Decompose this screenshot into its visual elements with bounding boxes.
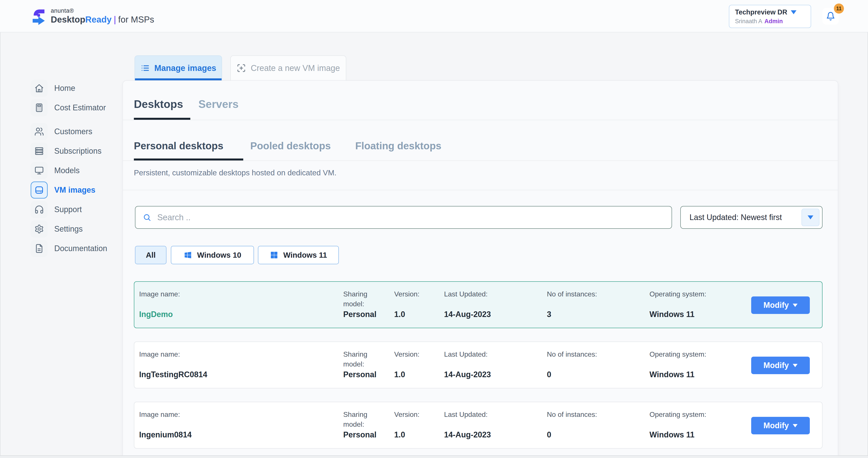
brand-product-primary: Desktop xyxy=(51,15,85,24)
sharing-model-value: Personal xyxy=(343,310,373,319)
modify-button[interactable]: Modify xyxy=(751,296,810,314)
account-switcher[interactable]: Techpreview DR Srinaath AAdmin xyxy=(729,5,811,28)
image-name-value: IngTestingRC0814 xyxy=(139,370,207,379)
user-role: Admin xyxy=(765,18,783,25)
vm-image-row[interactable]: Image name: Ingenium0814 Sharing model: … xyxy=(134,402,823,449)
filter-windows10-button[interactable]: Windows 10 xyxy=(171,246,254,264)
instances-value: 0 xyxy=(547,430,551,439)
sidebar-item-label: Documentation xyxy=(54,244,107,253)
field-label: Sharing model: xyxy=(343,289,373,309)
field-label: No of instances: xyxy=(547,349,597,359)
last-updated-value: 14-Aug-2023 xyxy=(444,310,491,319)
tab-pooled-desktops[interactable]: Pooled desktops xyxy=(250,140,331,152)
windows10-logo-icon xyxy=(184,251,192,259)
sidebar-item-label: Subscriptions xyxy=(54,146,101,156)
sidebar-item-label: Models xyxy=(54,166,80,175)
field-label: Version: xyxy=(394,410,420,420)
monitor-icon xyxy=(31,162,48,179)
active-tab-indicator xyxy=(135,78,222,80)
field-label: Version: xyxy=(394,289,420,299)
filter-windows11-button[interactable]: Windows 11 xyxy=(258,246,339,264)
os-value: Windows 11 xyxy=(649,370,694,379)
os-value: Windows 11 xyxy=(649,310,694,319)
field-label: Operating system: xyxy=(649,410,706,420)
create-image-icon xyxy=(237,63,246,73)
filter-all-button[interactable]: All xyxy=(135,246,166,264)
modify-button-label: Modify xyxy=(764,300,789,310)
brand-product: DesktopReady|for MSPs xyxy=(51,15,154,25)
field-label: Image name: xyxy=(139,349,180,359)
field-label: Image name: xyxy=(139,289,180,299)
sort-dropdown[interactable]: Last Updated: Newest first xyxy=(680,206,823,229)
chevron-down-icon xyxy=(793,304,798,307)
sidebar-item-customers[interactable]: Customers xyxy=(31,122,123,141)
sidebar-item-label: Customers xyxy=(54,127,92,136)
sidebar-item-cost-estimator[interactable]: Cost Estimator xyxy=(31,98,123,117)
home-icon xyxy=(31,80,48,97)
org-name: Techpreview DR xyxy=(735,8,787,16)
filter-label: Windows 10 xyxy=(197,251,241,259)
sidebar-item-home[interactable]: Home xyxy=(31,78,123,98)
divider xyxy=(123,161,838,161)
sidebar-item-models[interactable]: Models xyxy=(31,161,123,180)
headphones-icon xyxy=(31,201,48,218)
field-label: Sharing model: xyxy=(343,410,373,430)
tab-manage-images[interactable]: Manage images xyxy=(134,55,222,80)
sidebar-item-support[interactable]: Support xyxy=(31,200,123,219)
search-input[interactable] xyxy=(157,212,664,223)
calculator-icon xyxy=(31,99,48,116)
sidebar-item-label: Home xyxy=(54,84,75,93)
window-bottom-edge xyxy=(0,455,868,458)
sidebar-item-vm-images[interactable]: VM images xyxy=(31,180,123,200)
tab-personal-desktops[interactable]: Personal desktops xyxy=(134,140,223,152)
sidebar-item-settings[interactable]: Settings xyxy=(31,219,123,239)
field-label: Operating system: xyxy=(649,349,706,359)
filter-label: Windows 11 xyxy=(283,251,327,259)
list-icon xyxy=(141,63,150,73)
notification-count-badge: 11 xyxy=(834,3,844,13)
field-label: No of instances: xyxy=(547,410,597,420)
server-stack-icon xyxy=(31,143,48,160)
tab-servers[interactable]: Servers xyxy=(198,98,239,111)
sidebar-item-label: Support xyxy=(54,205,82,214)
bell-icon xyxy=(826,11,835,21)
desktops-tab-indicator xyxy=(134,118,190,120)
modify-button[interactable]: Modify xyxy=(751,356,810,374)
users-icon xyxy=(31,123,48,140)
image-name-value: Ingenium0814 xyxy=(139,430,192,439)
image-name-value: IngDemo xyxy=(139,310,173,319)
divider xyxy=(123,190,838,190)
search-box xyxy=(135,206,672,229)
tab-create-vm-image[interactable]: Create a new VM image xyxy=(230,55,346,80)
version-value: 1.0 xyxy=(394,370,405,379)
brand-product-accent: Ready xyxy=(85,15,112,24)
personal-desktops-tab-indicator xyxy=(134,159,243,161)
instances-value: 3 xyxy=(547,310,551,319)
tab-desktops[interactable]: Desktops xyxy=(134,98,183,111)
sidebar-item-documentation[interactable]: Documentation xyxy=(31,239,123,258)
tab-floating-desktops[interactable]: Floating desktops xyxy=(355,140,441,152)
last-updated-value: 14-Aug-2023 xyxy=(444,430,491,439)
field-label: Last Updated: xyxy=(444,289,488,299)
field-label: Operating system: xyxy=(649,289,706,299)
brand-logo-icon xyxy=(31,7,47,25)
sharing-model-value: Personal xyxy=(343,370,373,379)
field-label: Last Updated: xyxy=(444,410,488,420)
gear-icon xyxy=(31,221,48,237)
vm-image-row[interactable]: Image name: IngDemo Sharing model: Perso… xyxy=(134,281,823,328)
tab-label: Manage images xyxy=(154,63,216,73)
sidebar-item-label: Settings xyxy=(54,224,83,234)
version-value: 1.0 xyxy=(394,310,405,319)
hard-drive-icon xyxy=(31,181,48,199)
top-header: anunta® DesktopReady|for MSPs Techprevie… xyxy=(0,0,868,32)
sort-caret-button[interactable] xyxy=(802,209,819,226)
app-window: anunta® DesktopReady|for MSPs Techprevie… xyxy=(0,0,868,458)
modify-button[interactable]: Modify xyxy=(751,417,810,434)
chevron-down-icon xyxy=(791,10,797,14)
sidebar-item-label: VM images xyxy=(54,185,95,195)
sidebar-item-subscriptions[interactable]: Subscriptions xyxy=(31,141,123,161)
last-updated-value: 14-Aug-2023 xyxy=(444,370,491,379)
section-description: Persistent, customizable desktops hosted… xyxy=(134,168,336,177)
field-label: No of instances: xyxy=(547,289,597,299)
vm-image-row[interactable]: Image name: IngTestingRC0814 Sharing mod… xyxy=(134,342,823,389)
